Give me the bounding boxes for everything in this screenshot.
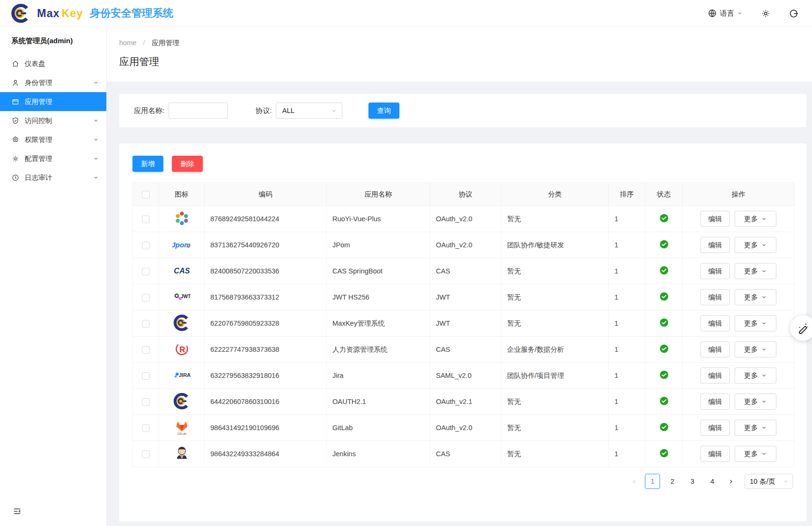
row-checkbox[interactable] xyxy=(142,451,150,458)
app-root: Max Key 身份安全管理系统 语言 xyxy=(0,0,812,526)
app-name: Jira xyxy=(327,363,430,389)
search-button[interactable]: 查询 xyxy=(368,103,399,119)
app-category: 暂无 xyxy=(501,441,609,467)
row-checkbox[interactable] xyxy=(142,346,150,354)
pagination: 123410 条/页 xyxy=(132,474,794,489)
breadcrumb-home[interactable]: home xyxy=(119,39,136,47)
page-size-select[interactable]: 10 条/页 xyxy=(745,474,793,489)
more-button[interactable]: 更多 xyxy=(735,263,776,279)
jwt-logo: JWT xyxy=(172,287,191,306)
app-sort: 1 xyxy=(609,232,645,258)
status-enabled-icon xyxy=(660,214,669,223)
edit-button[interactable]: 编辑 xyxy=(700,211,730,227)
badge-icon xyxy=(11,136,19,144)
add-button[interactable]: 新增 xyxy=(132,156,163,172)
sidebar-item-2[interactable]: 应用管理 xyxy=(0,92,106,111)
select-all-checkbox[interactable] xyxy=(142,191,150,198)
column-header-protocol: 协议 xyxy=(430,183,501,206)
app-code: 622227747938373638 xyxy=(205,337,327,363)
logout-icon[interactable] xyxy=(789,9,799,19)
app-protocol: CAS xyxy=(430,337,501,363)
edit-button[interactable]: 编辑 xyxy=(700,263,730,279)
app-code: 644220607860310016 xyxy=(205,389,327,415)
row-checkbox[interactable] xyxy=(142,216,150,223)
column-header-name: 应用名称 xyxy=(327,183,430,206)
more-button[interactable]: 更多 xyxy=(735,394,776,410)
edit-button[interactable]: 编辑 xyxy=(700,446,730,462)
row-checkbox[interactable] xyxy=(142,398,150,406)
app-name-input[interactable] xyxy=(169,103,228,119)
app-sort: 1 xyxy=(609,337,645,363)
column-header-status: 状态 xyxy=(645,183,683,206)
magic-wand-fab[interactable] xyxy=(790,315,812,341)
page-2-button[interactable]: 2 xyxy=(665,474,680,489)
more-button[interactable]: 更多 xyxy=(735,367,776,384)
row-checkbox[interactable] xyxy=(142,424,150,432)
app-sort: 1 xyxy=(609,206,645,232)
edit-button[interactable]: 编辑 xyxy=(700,237,730,253)
app-category: 企业服务/数据分析 xyxy=(501,337,609,363)
sidebar-item-3[interactable]: 访问控制 xyxy=(0,111,106,130)
sidebar: 系统管理员(admin) 仪表盘身份管理应用管理访问控制权限管理配置管理日志审计 xyxy=(0,27,107,526)
brand-max: Max xyxy=(37,7,60,20)
sidebar-collapse-button[interactable] xyxy=(12,507,22,517)
page-3-button[interactable]: 3 xyxy=(685,474,700,489)
edit-button[interactable]: 编辑 xyxy=(700,420,730,436)
protocol-select-value: ALL xyxy=(282,107,294,114)
row-checkbox[interactable] xyxy=(142,320,150,328)
app-code: 817568793663373312 xyxy=(205,284,327,310)
app-category: 暂无 xyxy=(501,284,609,310)
more-button[interactable]: 更多 xyxy=(735,446,776,462)
table-row: 986432249333284864JenkinsCAS暂无1编辑更多 xyxy=(133,441,794,467)
edit-button[interactable]: 编辑 xyxy=(700,315,730,331)
table-row: GitLab986431492190109696GitLabOAuth_v2.0… xyxy=(133,415,794,441)
globe-icon xyxy=(708,9,717,18)
settings-icon[interactable] xyxy=(761,9,771,19)
edit-button[interactable]: 编辑 xyxy=(700,289,730,305)
sidebar-item-6[interactable]: 日志审计 xyxy=(0,168,106,187)
app-protocol: OAuth_v2.0 xyxy=(430,232,501,258)
app-sort: 1 xyxy=(609,415,645,441)
edit-button[interactable]: 编辑 xyxy=(700,367,730,384)
row-checkbox[interactable] xyxy=(142,294,150,301)
page-1-button[interactable]: 1 xyxy=(645,474,660,489)
delete-button[interactable]: 删除 xyxy=(172,156,203,172)
page-title: 应用管理 xyxy=(119,55,812,68)
sidebar-item-1[interactable]: 身份管理 xyxy=(0,73,106,92)
brand[interactable]: Max Key 身份安全管理系统 xyxy=(10,3,173,24)
prev-page-button[interactable] xyxy=(628,474,640,489)
svg-text:GitLab: GitLab xyxy=(177,432,187,435)
next-page-button[interactable] xyxy=(725,474,737,489)
app-name-label: 应用名称: xyxy=(134,106,164,115)
current-user-label: 系统管理员(admin) xyxy=(0,27,106,46)
edit-button[interactable]: 编辑 xyxy=(700,394,730,410)
app-protocol: JWT xyxy=(430,284,501,310)
protocol-select[interactable]: ALL xyxy=(276,103,342,119)
row-checkbox[interactable] xyxy=(142,268,150,275)
more-button[interactable]: 更多 xyxy=(735,211,776,227)
page-4-button[interactable]: 4 xyxy=(705,474,720,489)
sidebar-item-0[interactable]: 仪表盘 xyxy=(0,54,106,73)
more-button[interactable]: 更多 xyxy=(735,237,776,253)
more-button[interactable]: 更多 xyxy=(735,420,776,436)
applications-table: 图标编码应用名称协议分类排序状态操作876892492581044224RuoY… xyxy=(132,182,794,467)
app-icon xyxy=(11,98,19,106)
sidebar-item-5[interactable]: 配置管理 xyxy=(0,149,106,168)
chevron-down-icon xyxy=(761,399,767,404)
edit-button[interactable]: 编辑 xyxy=(700,341,730,357)
more-button[interactable]: 更多 xyxy=(735,341,776,357)
more-button[interactable]: 更多 xyxy=(735,315,776,331)
jenkins-logo xyxy=(172,444,191,463)
row-checkbox[interactable] xyxy=(142,372,150,380)
sidebar-item-label: 仪表盘 xyxy=(25,59,99,68)
breadcrumb: home / 应用管理 xyxy=(119,38,812,47)
more-button[interactable]: 更多 xyxy=(735,289,776,305)
row-checkbox[interactable] xyxy=(142,242,150,249)
app-name: GitLab xyxy=(327,415,430,441)
chevron-down-icon xyxy=(761,320,767,326)
sidebar-item-4[interactable]: 权限管理 xyxy=(0,130,106,149)
app-name: JWT HS256 xyxy=(327,284,430,310)
topbar-actions: 语言 xyxy=(708,9,799,19)
language-switcher[interactable]: 语言 xyxy=(708,9,743,18)
ruoyi-logo xyxy=(172,209,191,228)
